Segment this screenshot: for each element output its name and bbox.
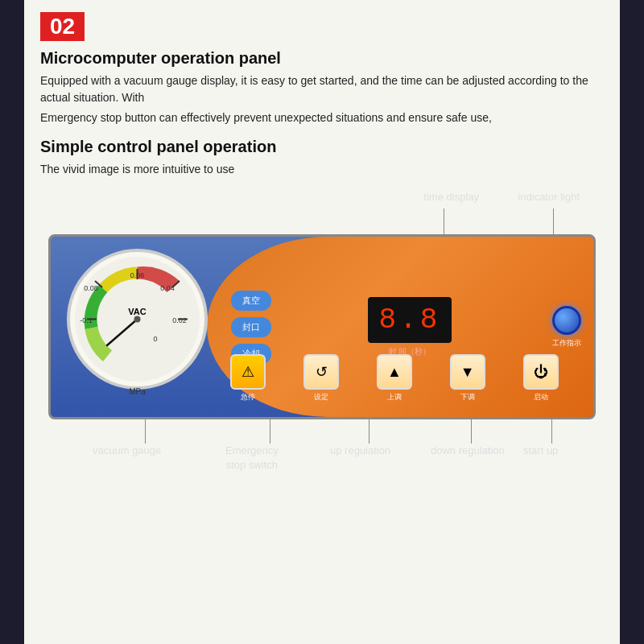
- gauge-mpa-label: MPa: [129, 387, 146, 396]
- mode-btn-vacuum[interactable]: 真空: [231, 291, 271, 311]
- svg-text:VAC: VAC: [128, 307, 146, 316]
- badge-row: 02: [40, 12, 604, 41]
- power-icon: ⏻: [534, 364, 548, 381]
- indicator-label: 工作指示: [552, 338, 581, 349]
- svg-text:0.02: 0.02: [172, 316, 187, 324]
- gauge-inner: 0.06 0.04 0.02 0.08 -0.1 0 VAC: [75, 257, 200, 382]
- set-group: ↺ 设定: [303, 354, 339, 402]
- section1-desc1: Equipped with a vacuum gauge display, it…: [40, 72, 604, 106]
- down-regulation-group: ▼ 下调: [450, 354, 485, 402]
- section2-sub: The vivid image is more intuitive to use: [40, 161, 604, 178]
- top-annotations: time display indicator light: [40, 186, 604, 234]
- emergency-stop-group: ⚠ 急停: [230, 354, 266, 402]
- start-up-annotation: start up: [523, 444, 558, 458]
- svg-point-14: [134, 316, 141, 323]
- start-up-label: 启动: [534, 392, 548, 402]
- set-button[interactable]: ↺: [303, 354, 339, 390]
- up-regulation-group: ▲ 上调: [377, 354, 412, 402]
- content-area: 02 Microcomputer operation panel Equippe…: [24, 0, 620, 644]
- set-label: 设定: [314, 392, 328, 402]
- time-display: 8.8: [368, 297, 452, 343]
- time-value: 8.8: [379, 303, 441, 336]
- up-regulation-label: 上调: [387, 392, 402, 402]
- svg-text:0.06: 0.06: [130, 271, 145, 279]
- time-display-label: time display: [423, 190, 479, 204]
- down-arrow-icon: ▼: [460, 364, 475, 381]
- svg-text:0: 0: [153, 335, 157, 343]
- section1-desc2: Emergency stop button can effectively pr…: [40, 109, 604, 126]
- emergency-stop-label: 急停: [241, 392, 255, 402]
- start-up-group: ⏻ 启动: [523, 354, 559, 402]
- down-regulation-annotation: down regulation: [431, 444, 505, 458]
- emergency-stop-text: Emergencystop switch: [225, 444, 279, 473]
- control-buttons-row: ⚠ 急停 ↺ 设定 ▲ 上调: [212, 354, 577, 402]
- down-regulation-label: 下调: [460, 392, 475, 402]
- mode-btn-seal[interactable]: 封口: [231, 317, 271, 337]
- emergency-stop-annotation: Emergencystop switch: [225, 444, 279, 473]
- up-regulation-annotation: up regulation: [330, 444, 390, 458]
- indicator-light-label: indicator light: [518, 190, 580, 204]
- control-panel: 0.06 0.04 0.02 0.08 -0.1 0 VAC: [48, 234, 596, 419]
- start-up-button[interactable]: ⏻: [523, 354, 559, 390]
- step-badge: 02: [40, 12, 85, 41]
- set-icon: ↺: [316, 363, 328, 381]
- gauge-svg: 0.06 0.04 0.02 0.08 -0.1 0 VAC: [75, 257, 200, 382]
- annotations-below: vacuum gauge Emergencystop switch up reg…: [40, 419, 604, 548]
- gauge-outer: 0.06 0.04 0.02 0.08 -0.1 0 VAC: [67, 249, 208, 390]
- vacuum-gauge-annotation: vacuum gauge: [93, 444, 161, 458]
- svg-text:0.04: 0.04: [160, 284, 175, 292]
- vacuum-gauge: 0.06 0.04 0.02 0.08 -0.1 0 VAC: [67, 249, 208, 406]
- start-up-text: start up: [523, 444, 558, 458]
- panel-wrapper: time display indicator light: [40, 186, 604, 548]
- svg-text:0.08: 0.08: [84, 284, 98, 292]
- svg-text:-0.1: -0.1: [80, 316, 93, 324]
- indicator-light: [552, 306, 581, 335]
- up-regulation-text: up regulation: [330, 444, 390, 458]
- emergency-stop-button[interactable]: ⚠: [230, 354, 266, 390]
- down-regulation-text: down regulation: [431, 444, 505, 458]
- emergency-stop-icon: ⚠: [242, 363, 254, 381]
- down-regulation-button[interactable]: ▼: [450, 354, 485, 390]
- vacuum-gauge-text: vacuum gauge: [93, 444, 161, 458]
- section1-title: Microcomputer operation panel: [40, 49, 604, 68]
- up-regulation-button[interactable]: ▲: [377, 354, 412, 390]
- page: 02 Microcomputer operation panel Equippe…: [0, 0, 644, 644]
- section2-title: Simple control panel operation: [40, 138, 604, 156]
- up-arrow-icon: ▲: [387, 364, 402, 381]
